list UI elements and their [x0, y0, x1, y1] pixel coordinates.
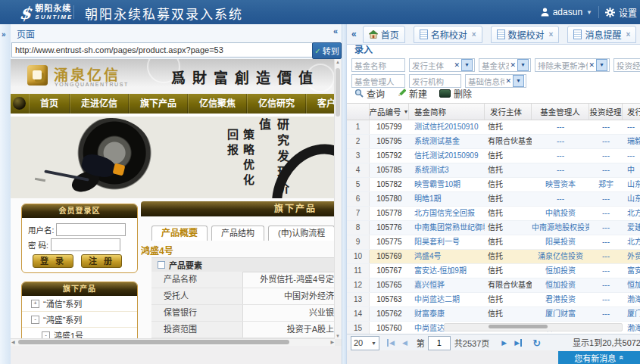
- cell-link[interactable]: ---: [532, 120, 589, 134]
- search-button[interactable]: 查询: [354, 87, 385, 100]
- delete-button[interactable]: 删除: [439, 87, 472, 100]
- cell-link[interactable]: 测试信托20150910: [409, 120, 485, 134]
- column-header-产品编号[interactable]: 产品编号▼: [370, 104, 409, 120]
- table-row[interactable]: 10105769鸿盛4号信托涌泉亿信投资---外贸: [347, 250, 640, 264]
- username-field[interactable]: [56, 223, 126, 236]
- column-header-发行主体[interactable]: 发行主体: [485, 104, 532, 120]
- table-row[interactable]: 2105795系统测试基金有限合伙基金------瑞毅: [347, 135, 640, 149]
- tab-名称校对[interactable]: 名称校对×: [414, 26, 482, 43]
- scroll-left-icon[interactable]: ◀: [11, 339, 15, 346]
- cell-link[interactable]: 恒加投资: [532, 278, 589, 292]
- new-message-toast[interactable]: 您有新消息 «: [558, 351, 640, 364]
- cell-link[interactable]: 外贸: [623, 250, 640, 263]
- cell-link[interactable]: ---: [589, 264, 623, 278]
- cell-link[interactable]: 厦门财富: [532, 307, 589, 321]
- cell-link[interactable]: 财富泰康: [409, 307, 485, 321]
- register-button[interactable]: 注 册: [81, 254, 122, 268]
- cell-link[interactable]: 富安达-恒加9期: [409, 264, 485, 278]
- cell-link[interactable]: ---: [589, 149, 623, 163]
- cell-link[interactable]: 系统测试基金: [409, 135, 485, 148]
- filter-input-发行机构[interactable]: 发行机构: [409, 74, 461, 88]
- tab-消息提醒[interactable]: 消息提醒×: [567, 26, 636, 43]
- cell-link[interactable]: ---: [589, 250, 623, 263]
- column-header-rownum[interactable]: [347, 104, 370, 120]
- cell-link[interactable]: 系统测试3: [409, 163, 485, 177]
- expand-right-icon[interactable]: »: [2, 30, 6, 39]
- scrollbar-thumb[interactable]: [18, 340, 289, 344]
- cell-link[interactable]: ---: [589, 278, 623, 292]
- filter-combo-排除未更新净值基金[interactable]: 排除未更新净值基金✕▼: [535, 58, 610, 72]
- cell-link[interactable]: 中航投资: [532, 207, 589, 220]
- cell-link[interactable]: ---: [623, 120, 640, 134]
- cell-link[interactable]: 富安达: [623, 264, 640, 278]
- clear-icon[interactable]: ✕: [454, 61, 460, 69]
- cell-link[interactable]: 山东: [623, 178, 640, 191]
- cell-link[interactable]: 信托测试20150909: [409, 149, 485, 163]
- table-row[interactable]: 3105792信托测试20150909信托---------: [347, 149, 640, 163]
- cell-link[interactable]: 鸿盛4号: [409, 250, 485, 263]
- cell-link[interactable]: 渤海: [623, 293, 640, 306]
- cell-link[interactable]: ---: [623, 149, 640, 163]
- webpage-horizontal-scrollbar[interactable]: ◀ ▶: [11, 338, 335, 346]
- expand-icon[interactable]: +: [31, 300, 39, 308]
- column-header-投资经理[interactable]: 投资经理: [589, 104, 623, 120]
- table-row[interactable]: 9105775阳昊套利一号信托阳昊投资---北方: [347, 235, 640, 250]
- checkbox-icon[interactable]: [158, 261, 165, 269]
- close-icon[interactable]: ×: [549, 30, 554, 39]
- collapse-icon[interactable]: -: [31, 316, 39, 324]
- clear-icon[interactable]: ✕: [510, 61, 516, 69]
- cell-link[interactable]: 中尚蓝达二期: [409, 293, 485, 306]
- table-row[interactable]: 6105780明皓1期信托------山东: [347, 192, 640, 207]
- next-page-button[interactable]: ▶: [501, 339, 507, 347]
- cell-link[interactable]: ---: [589, 163, 623, 177]
- product-tab-产品结构[interactable]: 产品结构: [211, 226, 264, 241]
- table-row[interactable]: 14105762财富泰康信托厦门财富---厦门: [347, 307, 640, 322]
- column-header-基金简称[interactable]: 基金简称: [409, 104, 485, 120]
- table-row[interactable]: 12105765嘉兴恒骅有限合伙基金恒加投资---恒加: [347, 278, 640, 293]
- collapse-left-icon[interactable]: «: [333, 26, 338, 36]
- cell-link[interactable]: 北方: [623, 235, 640, 249]
- close-icon[interactable]: ×: [626, 30, 630, 39]
- cell-link[interactable]: 阳昊套利一号: [409, 235, 485, 249]
- tree-item[interactable]: +“涌信”系列: [22, 296, 137, 312]
- site-nav-item-亿信聚焦[interactable]: 亿信聚焦: [188, 94, 247, 114]
- tab-数据校对[interactable]: 数据校对×: [491, 26, 560, 43]
- product-tab-产品概要[interactable]: 产品概要: [151, 226, 208, 241]
- refresh-icon[interactable]: ↻: [532, 338, 541, 349]
- left-accordion-strip[interactable]: »: [0, 24, 11, 364]
- last-page-button[interactable]: ▶: [514, 339, 522, 347]
- cell-link[interactable]: 中南源地股权投资: [532, 221, 589, 235]
- collapse-tabs-icon[interactable]: «: [351, 29, 357, 39]
- first-page-button[interactable]: ◀: [387, 339, 395, 347]
- column-header-基金管理人[interactable]: 基金管理人: [532, 104, 589, 120]
- cell-link[interactable]: ---: [589, 221, 623, 235]
- table-horizontal-scrollbar[interactable]: [444, 323, 623, 331]
- chevron-down-icon[interactable]: ▼: [517, 59, 529, 71]
- scrollbar-thumb[interactable]: [336, 68, 340, 117]
- site-nav-item-亿信研究[interactable]: 亿信研究: [247, 94, 306, 114]
- clear-icon[interactable]: ✕: [505, 77, 511, 85]
- login-button[interactable]: 登 录: [33, 254, 73, 268]
- cell-link[interactable]: 恒加: [623, 278, 640, 292]
- page-size-select[interactable]: 20 ▼: [351, 336, 379, 350]
- filter-input-基金名称[interactable]: 基金名称: [351, 58, 405, 72]
- cell-link[interactable]: ---: [589, 307, 623, 321]
- chevron-down-icon[interactable]: ▼: [513, 75, 524, 87]
- filter-combo-发行主体[interactable]: 发行主体✕▼: [409, 58, 475, 72]
- go-button[interactable]: ✓ 转到: [312, 42, 342, 59]
- cell-link[interactable]: 爱建: [623, 221, 640, 235]
- webpage-vertical-scrollbar[interactable]: ▲ ▼: [334, 59, 342, 339]
- cell-link[interactable]: 中: [623, 163, 640, 177]
- site-logo-icon[interactable]: [27, 65, 48, 86]
- cell-link[interactable]: ---: [589, 192, 623, 206]
- cell-link[interactable]: ---: [589, 235, 623, 249]
- product-tab-(申)认购流程[interactable]: (申)认购流程: [268, 226, 335, 241]
- password-field[interactable]: [51, 238, 120, 251]
- cell-link[interactable]: 郑宇: [589, 178, 623, 191]
- filter-combo-基金状态[interactable]: 基金状态✕▼: [479, 58, 531, 72]
- cell-link[interactable]: ---: [532, 192, 589, 206]
- scrollbar-thumb[interactable]: [489, 325, 548, 328]
- cell-link[interactable]: ---: [589, 135, 623, 148]
- cell-link[interactable]: ---: [532, 163, 589, 177]
- site-nav-item-旗下产品[interactable]: 旗下产品: [129, 94, 188, 114]
